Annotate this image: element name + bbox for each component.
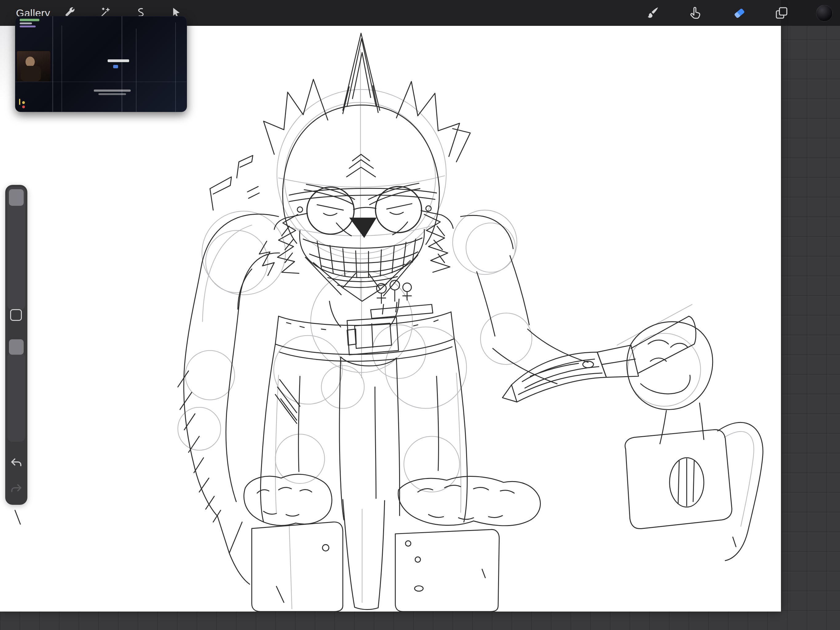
stream-scene-line bbox=[15, 82, 186, 82]
undo-button[interactable] bbox=[9, 456, 23, 469]
overlay-stat-bar bbox=[20, 19, 39, 21]
chat-text-bar bbox=[98, 93, 126, 95]
stream-badge bbox=[113, 65, 118, 68]
redo-button[interactable] bbox=[9, 481, 23, 495]
webcam-inset bbox=[17, 51, 51, 82]
stream-scene-rail bbox=[62, 25, 62, 112]
stream-scene-rail bbox=[175, 22, 176, 112]
color-swatch-circle[interactable] bbox=[816, 5, 833, 22]
webcam-body bbox=[21, 66, 41, 81]
stream-scene-rail bbox=[52, 16, 53, 112]
chat-text-bar bbox=[94, 90, 131, 92]
layers-icon[interactable] bbox=[774, 6, 789, 20]
hud-marker bbox=[19, 99, 20, 105]
smudge-finger-icon[interactable] bbox=[687, 6, 702, 20]
stream-scene-rail bbox=[136, 28, 136, 112]
paintbrush-icon[interactable] bbox=[645, 6, 660, 20]
hud-coin-icon bbox=[22, 101, 25, 104]
pip-video-window[interactable] bbox=[15, 16, 187, 112]
eraser-icon[interactable] bbox=[732, 6, 747, 20]
opacity-handle[interactable] bbox=[9, 339, 24, 355]
brush-sidebar bbox=[5, 185, 27, 505]
stream-scene-rail bbox=[122, 16, 122, 112]
hud-heart-icon bbox=[22, 106, 25, 108]
stream-title-bar bbox=[107, 59, 129, 62]
brush-size-handle[interactable] bbox=[9, 189, 24, 206]
modify-button[interactable] bbox=[10, 309, 22, 321]
overlay-stat-bar bbox=[20, 25, 36, 27]
procreate-workspace: Gallery bbox=[0, 0, 840, 630]
opacity-slider[interactable] bbox=[7, 353, 25, 442]
webcam-face bbox=[25, 57, 35, 67]
overlay-stat-bar bbox=[20, 22, 32, 24]
